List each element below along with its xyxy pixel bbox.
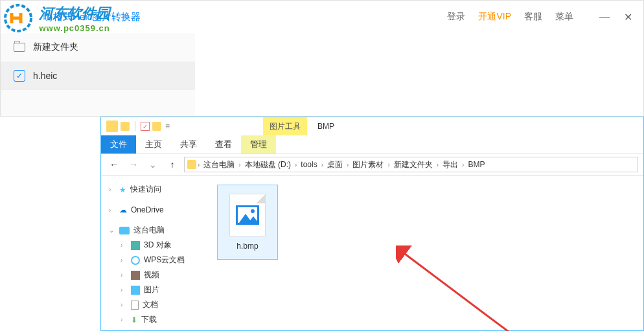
breadcrumb-item[interactable]: 桌面 xyxy=(325,159,345,170)
star-icon: ★ xyxy=(119,185,126,194)
image-icon xyxy=(131,286,140,295)
chevron-right-icon[interactable]: › xyxy=(121,316,127,323)
cloud-icon: ☁ xyxy=(119,205,127,214)
monitor-icon xyxy=(119,227,130,234)
chevron-right-icon[interactable]: › xyxy=(347,161,349,168)
nav-label: 图片 xyxy=(144,284,159,295)
chevron-right-icon[interactable]: › xyxy=(121,286,127,293)
wps-icon xyxy=(131,256,140,265)
titlebar-actions: 登录 开通VIP 客服 菜单 — ✕ xyxy=(447,11,633,23)
nav-wps[interactable]: ›WPS云文档 xyxy=(106,253,203,268)
nav-onedrive[interactable]: ›☁OneDrive xyxy=(106,203,203,216)
tab-manage[interactable]: 管理 xyxy=(241,135,276,154)
chevron-right-icon[interactable]: › xyxy=(462,161,464,168)
sidebar-item-file[interactable]: ✓ h.heic xyxy=(1,62,195,90)
explorer-body: ›★快速访问 ›☁OneDrive ⌄这台电脑 ›3D 对象 ›WPS云文档 ›… xyxy=(101,176,643,330)
app-sidebar: 新建文件夹 ✓ h.heic xyxy=(1,33,195,116)
breadcrumb-item[interactable]: 导出 xyxy=(440,159,461,170)
chevron-right-icon[interactable]: › xyxy=(437,161,439,168)
folder-small-icon[interactable] xyxy=(121,122,130,131)
app-titlebar: 嗨格式Heic图片转换器 登录 开通VIP 客服 菜单 — ✕ xyxy=(1,1,643,33)
breadcrumb-item[interactable]: 新建文件夹 xyxy=(391,159,435,170)
close-icon[interactable]: ✕ xyxy=(623,12,633,22)
service-button[interactable]: 客服 xyxy=(524,11,542,23)
breadcrumb-item[interactable]: tools xyxy=(298,160,319,169)
breadcrumb-item[interactable]: 这台电脑 xyxy=(201,159,237,170)
vip-button[interactable]: 开通VIP xyxy=(478,11,511,23)
nav-documents[interactable]: ›文档 xyxy=(106,297,203,312)
chevron-right-icon[interactable]: › xyxy=(387,161,389,168)
file-explorer-window: ✓ ≡ 图片工具 BMP 文件 主页 共享 查看 管理 ← → ⌄ ↑ › 这台… xyxy=(100,117,644,331)
tab-file[interactable]: 文件 xyxy=(101,135,136,154)
breadcrumb-item[interactable]: BMP xyxy=(465,160,487,169)
nav-pictures[interactable]: ›图片 xyxy=(106,282,203,297)
explorer-title: BMP xyxy=(317,122,334,131)
chevron-right-icon[interactable]: › xyxy=(121,271,127,279)
checkbox-checked-icon[interactable]: ✓ xyxy=(14,70,25,82)
folder-icon xyxy=(14,43,25,52)
nav-this-pc[interactable]: ⌄这台电脑 xyxy=(106,223,203,238)
file-name: h.bmp xyxy=(236,242,258,251)
ribbon-tabs: 文件 主页 共享 查看 管理 xyxy=(101,135,643,154)
login-button[interactable]: 登录 xyxy=(447,11,465,23)
chevron-right-icon[interactable]: › xyxy=(109,207,115,214)
separator xyxy=(135,121,135,131)
file-label: h.heic xyxy=(33,71,57,81)
checkbox-icon[interactable]: ✓ xyxy=(141,122,150,131)
file-item-selected[interactable]: h.bmp xyxy=(217,185,278,260)
chevron-right-icon[interactable]: › xyxy=(121,301,127,308)
navigation-pane: ›★快速访问 ›☁OneDrive ⌄这台电脑 ›3D 对象 ›WPS云文档 ›… xyxy=(101,176,208,330)
file-thumbnail xyxy=(229,194,266,236)
tab-view[interactable]: 查看 xyxy=(206,135,241,154)
window-controls: — ✕ xyxy=(599,12,633,22)
chevron-down-icon[interactable]: ⌄ xyxy=(109,227,115,234)
qat-overflow-icon[interactable]: ≡ xyxy=(165,122,170,131)
chevron-right-icon[interactable]: › xyxy=(321,161,323,168)
breadcrumb-item[interactable]: 本地磁盘 (D:) xyxy=(242,159,293,170)
download-icon: ⬇ xyxy=(131,315,137,325)
address-bar-row: ← → ⌄ ↑ › 这台电脑 › 本地磁盘 (D:) › tools › 桌面 … xyxy=(101,154,643,176)
file-list-pane[interactable]: h.bmp xyxy=(208,176,643,330)
nav-label: WPS云文档 xyxy=(144,255,185,266)
up-icon[interactable]: ↑ xyxy=(165,157,180,172)
recent-dropdown-icon[interactable]: ⌄ xyxy=(145,157,161,172)
forward-icon[interactable]: → xyxy=(126,157,141,172)
chevron-right-icon[interactable]: › xyxy=(109,186,115,193)
cube-icon xyxy=(131,241,140,250)
nav-label: 这台电脑 xyxy=(133,225,165,236)
folder-icon[interactable] xyxy=(106,120,118,132)
heic-converter-window: 嗨格式Heic图片转换器 登录 开通VIP 客服 菜单 — ✕ 新建文件夹 ✓ … xyxy=(0,0,644,117)
explorer-titlebar: ✓ ≡ 图片工具 BMP xyxy=(101,117,643,135)
nav-label: 下载 xyxy=(141,314,157,325)
svg-line-1 xyxy=(402,252,644,331)
chevron-right-icon[interactable]: › xyxy=(295,161,297,168)
breadcrumb-item[interactable]: 图片素材 xyxy=(350,159,386,170)
nav-video[interactable]: ›视频 xyxy=(106,268,203,282)
chevron-right-icon[interactable]: › xyxy=(238,161,240,168)
minimize-icon[interactable]: — xyxy=(599,12,610,22)
folder-small-icon[interactable] xyxy=(152,122,161,131)
back-icon[interactable]: ← xyxy=(106,157,122,172)
nav-3d-objects[interactable]: ›3D 对象 xyxy=(106,238,203,253)
nav-label: 3D 对象 xyxy=(144,240,172,251)
app-title: 嗨格式Heic图片转换器 xyxy=(43,11,141,23)
chevron-right-icon[interactable]: › xyxy=(121,257,127,264)
nav-quick-access[interactable]: ›★快速访问 xyxy=(106,182,203,197)
nav-downloads[interactable]: ›⬇下载 xyxy=(106,312,203,327)
chevron-right-icon[interactable]: › xyxy=(121,242,127,249)
menu-button[interactable]: 菜单 xyxy=(555,11,573,23)
nav-label: OneDrive xyxy=(131,205,164,214)
document-icon xyxy=(131,301,139,310)
nav-label: 快速访问 xyxy=(130,184,161,195)
nav-label: 视频 xyxy=(144,269,159,280)
folder-icon xyxy=(187,160,196,169)
sidebar-item-newfolder[interactable]: 新建文件夹 xyxy=(1,33,195,62)
newfolder-label: 新建文件夹 xyxy=(33,41,78,53)
tab-home[interactable]: 主页 xyxy=(136,135,171,154)
contextual-tab-label: 图片工具 xyxy=(263,117,307,135)
image-file-icon xyxy=(236,205,259,225)
breadcrumb[interactable]: › 这台电脑 › 本地磁盘 (D:) › tools › 桌面 › 图片素材 ›… xyxy=(184,157,638,172)
tab-share[interactable]: 共享 xyxy=(171,135,206,154)
chevron-right-icon[interactable]: › xyxy=(198,161,200,168)
annotation-arrow-icon xyxy=(396,245,644,331)
